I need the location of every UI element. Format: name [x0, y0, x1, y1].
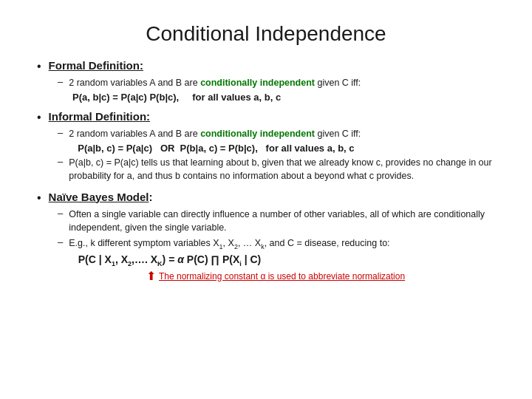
naive-text-2: E.g., k different symptom variables X1, … [69, 236, 389, 252]
subscript-x2: 2 [128, 260, 132, 267]
red-note-line: ⬆ The normalizing constant α is used to … [146, 269, 495, 283]
bullet-dot-naive: • [37, 191, 41, 205]
subscript-2: 2 [234, 242, 238, 250]
slide: Conditional Independence • Formal Defini… [0, 0, 532, 399]
red-arrow-icon: ⬆ [146, 269, 156, 283]
naive-subbullets: – Often a single variable can directly i… [58, 208, 495, 284]
dash-icon: – [58, 76, 63, 87]
naive-label: Naïve Bayes Model [49, 191, 149, 203]
naive-text-1: Often a single variable can directly inf… [69, 208, 495, 234]
alpha-symbol: α [177, 253, 184, 265]
formal-bullet-1: – 2 random variables A and B are conditi… [58, 76, 495, 89]
informal-subbullets: – 2 random variables A and B are conditi… [58, 127, 495, 183]
informal-text-1: 2 random variables A and B are condition… [69, 127, 361, 140]
informal-section: • Informal Definition: – 2 random variab… [37, 110, 495, 183]
informal-header: • Informal Definition: [37, 110, 495, 124]
green-text-formal: conditionally independent [200, 78, 315, 88]
formal-subbullets: – 2 random variables A and B are conditi… [58, 76, 495, 103]
dash-icon-3: – [58, 156, 63, 167]
red-note-text: The normalizing constant α is used to ab… [159, 271, 405, 282]
green-text-informal: conditionally independent [200, 129, 315, 139]
informal-formula-1: P(a|b, c) = P(a|c) OR P(b|a, c) = P(b|c)… [72, 143, 495, 154]
naive-formula: P(C | X1, X2,…. XK) = α P(C) ∏ P(Xi | C) [72, 253, 495, 267]
subscript-1: 1 [219, 242, 223, 250]
naive-bullet-1: – Often a single variable can directly i… [58, 208, 495, 234]
naive-header: • Naïve Bayes Model: [37, 191, 495, 205]
subscript-xk: K [157, 260, 163, 267]
dash-icon-5: – [58, 236, 63, 248]
dash-icon-2: – [58, 127, 63, 138]
informal-bullet-2: – P(a|b, c) = P(a|c) tells us that learn… [58, 156, 495, 183]
formal-formula: P(a, b|c) = P(a|c) P(b|c), for all value… [72, 92, 495, 103]
subscript-x1: 1 [112, 260, 115, 267]
naive-section: • Naïve Bayes Model: – Often a single va… [37, 191, 495, 284]
page-title: Conditional Independence [37, 22, 495, 46]
informal-label: Informal Definition: [49, 110, 151, 123]
informal-bullet-1: – 2 random variables A and B are conditi… [58, 127, 495, 140]
formal-text-1: 2 random variables A and B are condition… [69, 76, 361, 89]
subscript-xi: i [239, 260, 242, 267]
bullet-dot-formal: • [37, 60, 41, 73]
naive-bullet-2: – E.g., k different symptom variables X1… [58, 236, 495, 252]
formal-label: Formal Definition: [49, 59, 143, 72]
formal-section: • Formal Definition: – 2 random variable… [37, 59, 495, 103]
naive-colon: : [149, 191, 153, 203]
informal-text-2: P(a|b, c) = P(a|c) tells us that learnin… [69, 156, 495, 183]
dash-icon-4: – [58, 208, 63, 219]
bullet-dot-informal: • [37, 111, 41, 124]
subscript-k: k [261, 242, 265, 250]
formal-header: • Formal Definition: [37, 59, 495, 73]
